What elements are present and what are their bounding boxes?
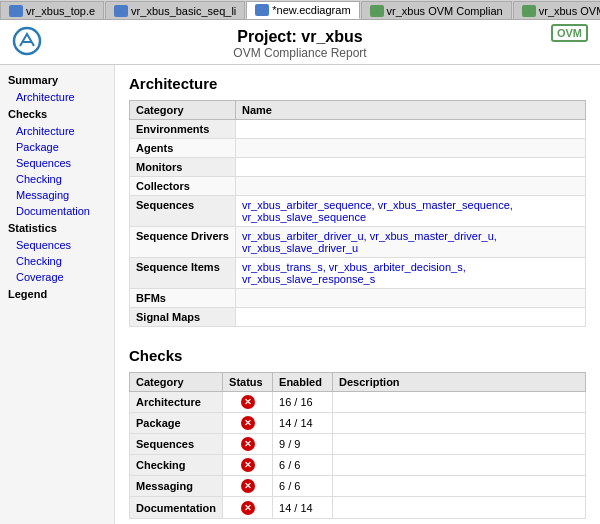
arch-row-seq-items-label: Sequence Items <box>130 258 236 289</box>
table-row: Documentation 14 / 14 <box>130 497 586 518</box>
arch-row-monitors-value <box>235 158 585 177</box>
sidebar-item-checks-arch[interactable]: Architecture <box>0 123 114 139</box>
checks-sequences-description <box>333 434 586 455</box>
sidebar-item-checks-checking[interactable]: Checking <box>0 171 114 187</box>
tab-vr-xbus-ovm-2[interactable]: vr_xbus OVM Compli <box>513 1 600 19</box>
table-row: Monitors <box>130 158 586 177</box>
table-row: Agents <box>130 139 586 158</box>
error-icon <box>241 458 255 472</box>
checks-sequences-status <box>223 434 273 455</box>
header-text: Project: vr_xbus OVM Compliance Report <box>233 28 366 60</box>
checks-col-enabled: Enabled <box>273 373 333 392</box>
arch-row-monitors-label: Monitors <box>130 158 236 177</box>
sidebar-item-checks-package[interactable]: Package <box>0 139 114 155</box>
tab-icon-blue <box>114 5 128 17</box>
table-row: Sequence Items vr_xbus_trans_s, vr_xbus_… <box>130 258 586 289</box>
checks-package-description <box>333 413 586 434</box>
tab-icon-blue <box>255 4 269 16</box>
architecture-title: Architecture <box>129 75 586 92</box>
sidebar-summary[interactable]: Summary <box>0 71 114 89</box>
tab-icon-green <box>370 5 384 17</box>
tab-vr-xbus-top[interactable]: vr_xbus_top.e <box>0 1 104 19</box>
sidebar-legend[interactable]: Legend <box>0 285 114 303</box>
tab-icon-green <box>522 5 536 17</box>
sidebar-checks[interactable]: Checks <box>0 105 114 123</box>
checks-arch-status <box>223 392 273 413</box>
sidebar: Summary Architecture Checks Architecture… <box>0 65 115 524</box>
tab-label: *new.ecdiagram <box>272 4 350 16</box>
arch-row-seq-drivers-label: Sequence Drivers <box>130 227 236 258</box>
ovm-logo-text: OVM <box>551 24 588 42</box>
architecture-table: Category Name Environments Agents Monito… <box>129 100 586 327</box>
arch-row-collectors-value <box>235 177 585 196</box>
checks-sequences-label: Sequences <box>130 434 223 455</box>
tab-icon-blue <box>9 5 23 17</box>
arch-col-name: Name <box>235 101 585 120</box>
sidebar-item-architecture[interactable]: Architecture <box>0 89 114 105</box>
checks-messaging-label: Messaging <box>130 476 223 497</box>
sidebar-item-stats-sequences[interactable]: Sequences <box>0 237 114 253</box>
sidebar-item-stats-checking[interactable]: Checking <box>0 253 114 269</box>
checks-checking-label: Checking <box>130 455 223 476</box>
tab-label: vr_xbus OVM Complian <box>387 5 503 17</box>
ovm-logo: OVM <box>551 26 588 40</box>
error-icon <box>241 501 255 515</box>
arch-row-seq-items-value: vr_xbus_trans_s, vr_xbus_arbiter_decisio… <box>235 258 585 289</box>
checks-arch-label: Architecture <box>130 392 223 413</box>
error-icon <box>241 437 255 451</box>
arch-row-collectors-label: Collectors <box>130 177 236 196</box>
checks-documentation-enabled: 14 / 14 <box>273 497 333 518</box>
arch-col-category: Category <box>130 101 236 120</box>
error-icon <box>241 479 255 493</box>
arch-row-agents-label: Agents <box>130 139 236 158</box>
tab-vr-xbus-basic-seq[interactable]: vr_xbus_basic_seq_li <box>105 1 245 19</box>
checks-checking-status <box>223 455 273 476</box>
sidebar-item-stats-coverage[interactable]: Coverage <box>0 269 114 285</box>
checks-messaging-status <box>223 476 273 497</box>
sidebar-statistics[interactable]: Statistics <box>0 219 114 237</box>
sidebar-item-checks-sequences[interactable]: Sequences <box>0 155 114 171</box>
table-row: Environments <box>130 120 586 139</box>
arch-row-sequences-label: Sequences <box>130 196 236 227</box>
checks-table: Category Status Enabled Description Arch… <box>129 372 586 519</box>
checks-sequences-enabled: 9 / 9 <box>273 434 333 455</box>
checks-checking-description <box>333 455 586 476</box>
arch-row-bfms-label: BFMs <box>130 289 236 308</box>
main-area: Summary Architecture Checks Architecture… <box>0 65 600 524</box>
error-icon <box>241 395 255 409</box>
table-row: Checking 6 / 6 <box>130 455 586 476</box>
checks-package-enabled: 14 / 14 <box>273 413 333 434</box>
table-row: Sequences 9 / 9 <box>130 434 586 455</box>
app-logo <box>12 26 42 56</box>
checks-checking-enabled: 6 / 6 <box>273 455 333 476</box>
table-row: Package 14 / 14 <box>130 413 586 434</box>
sidebar-item-checks-documentation[interactable]: Documentation <box>0 203 114 219</box>
checks-title: Checks <box>129 347 586 364</box>
arch-row-signal-maps-value <box>235 308 585 327</box>
page-subtitle: OVM Compliance Report <box>233 46 366 60</box>
tab-vr-xbus-ovm-1[interactable]: vr_xbus OVM Complian <box>361 1 512 19</box>
checks-package-label: Package <box>130 413 223 434</box>
sidebar-item-checks-messaging[interactable]: Messaging <box>0 187 114 203</box>
checks-arch-description <box>333 392 586 413</box>
tab-label: vr_xbus_top.e <box>26 5 95 17</box>
checks-messaging-enabled: 6 / 6 <box>273 476 333 497</box>
tab-label: vr_xbus OVM Compli <box>539 5 600 17</box>
checks-col-status: Status <box>223 373 273 392</box>
checks-col-description: Description <box>333 373 586 392</box>
page-title: Project: vr_xbus <box>233 28 366 46</box>
checks-documentation-description <box>333 497 586 518</box>
table-row: Signal Maps <box>130 308 586 327</box>
arch-row-bfms-value <box>235 289 585 308</box>
arch-row-sequences-value: vr_xbus_arbiter_sequence, vr_xbus_master… <box>235 196 585 227</box>
arch-row-seq-drivers-value: vr_xbus_arbiter_driver_u, vr_xbus_master… <box>235 227 585 258</box>
checks-messaging-description <box>333 476 586 497</box>
arch-row-signal-maps-label: Signal Maps <box>130 308 236 327</box>
table-row: Architecture 16 / 16 <box>130 392 586 413</box>
table-row: Collectors <box>130 177 586 196</box>
tab-new-ecdiagram[interactable]: *new.ecdiagram <box>246 1 359 19</box>
checks-package-status <box>223 413 273 434</box>
tab-label: vr_xbus_basic_seq_li <box>131 5 236 17</box>
error-icon <box>241 416 255 430</box>
table-row: Sequence Drivers vr_xbus_arbiter_driver_… <box>130 227 586 258</box>
